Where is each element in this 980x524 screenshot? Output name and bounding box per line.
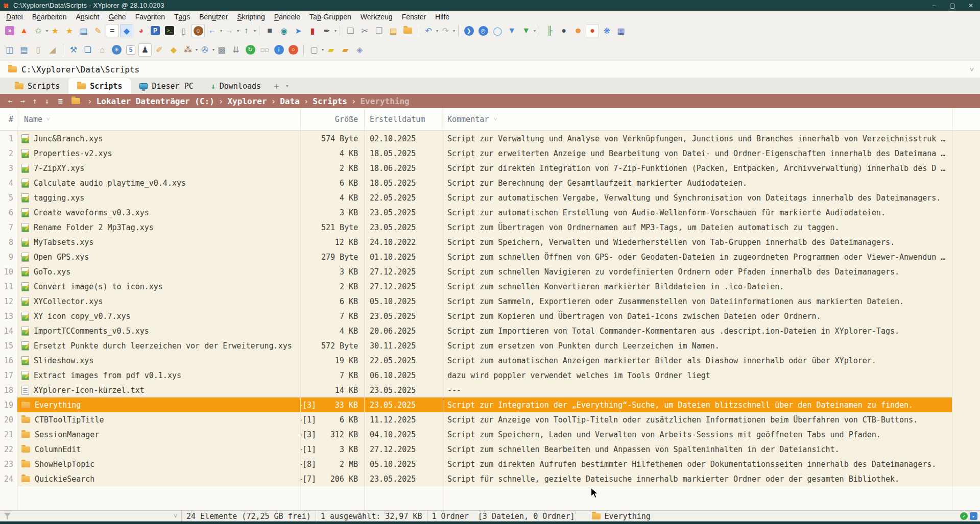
table-row[interactable]: 7Rename Folder 2 Mp3Tag.xys521 Byte23.05…: [0, 220, 980, 235]
favorites-star-icon[interactable]: ★: [49, 24, 62, 37]
shield-icon[interactable]: ◆: [167, 43, 180, 57]
table-row[interactable]: 2Properties-v2.xys4 KB18.05.2025Script z…: [0, 146, 980, 161]
dropdown-arrow-icon[interactable]: ▾: [534, 29, 536, 33]
device-icon[interactable]: ▯: [177, 24, 190, 37]
table-row[interactable]: 19Everything~[3]33 KB23.05.2025Script zu…: [0, 397, 980, 412]
menu-item-gehe[interactable]: Gehe: [104, 11, 130, 22]
crumb-everything[interactable]: Everything: [360, 96, 409, 106]
minimize-button[interactable]: –: [925, 0, 943, 11]
dropdown-arrow-icon[interactable]: ▾: [220, 29, 222, 33]
script-5-icon[interactable]: 5: [124, 43, 137, 57]
table-row[interactable]: 20CTBToolTipTitle~[1]6 KB11.12.2025Scrip…: [0, 412, 980, 427]
dropdown-arrow-icon[interactable]: ▾: [46, 29, 48, 33]
dark-sphere-icon[interactable]: ●: [557, 24, 570, 37]
filter-blue-icon[interactable]: ▼: [505, 24, 518, 37]
column-header-comment[interactable]: Kommentar ˅: [443, 108, 952, 130]
table-row[interactable]: 14ImportTCComments_v0.5.xys4 KB20.06.202…: [0, 323, 980, 338]
move-to-icon[interactable]: [401, 24, 414, 37]
menu-item-hilfe[interactable]: Hilfe: [431, 11, 454, 22]
equals-toggle-icon[interactable]: =: [106, 24, 119, 37]
table-row[interactable]: 23ShowHelpTopic~[8]2 MB05.10.2025Script …: [0, 457, 980, 471]
dropdown-arrow-icon[interactable]: ▾: [196, 47, 198, 52]
table-row[interactable]: 8MyTabsets.xys12 KB24.10.2022Script zum …: [0, 235, 980, 249]
maximize-button[interactable]: ▢: [943, 0, 962, 11]
crumb-nav-back-icon[interactable]: ←: [4, 96, 16, 106]
table-row[interactable]: 16Slideshow.xys19 KB22.05.2025Script zum…: [0, 353, 980, 368]
column-header-name[interactable]: Name ˅: [17, 108, 301, 130]
tools-icon[interactable]: ⚒: [67, 43, 80, 57]
menu-item-tab-gruppen[interactable]: Tab-Gruppen: [305, 11, 356, 22]
status-ok-icon[interactable]: ✓: [960, 512, 968, 520]
dropdown-arrow-icon[interactable]: ▾: [212, 47, 214, 52]
menu-item-skripting[interactable]: Skripting: [232, 11, 269, 22]
find-target-icon[interactable]: ◎: [476, 24, 490, 37]
jump-icon[interactable]: ➤: [292, 24, 305, 37]
dropdown-arrow-icon[interactable]: ▾: [254, 29, 256, 33]
pie-icon[interactable]: ◕: [134, 24, 148, 37]
crumb-xyplorer[interactable]: Xyplorer: [227, 96, 267, 106]
column-header-number[interactable]: #: [0, 108, 17, 130]
close-button[interactable]: ✕: [962, 0, 980, 11]
tab-downloads[interactable]: ↓Downloads: [202, 78, 270, 94]
crumb-lokaler-datentr-ger-c-[interactable]: Lokaler Datenträger (C:): [97, 96, 214, 106]
tree-trace-icon[interactable]: ╟: [543, 24, 556, 37]
wipe-icon[interactable]: ✒: [320, 24, 333, 37]
redo-icon[interactable]: ↷: [439, 24, 452, 37]
ghost-icon[interactable]: ♟: [138, 43, 152, 57]
pen-drive-icon[interactable]: ✐: [153, 43, 166, 57]
dropdown-arrow-icon[interactable]: ▾: [322, 47, 324, 52]
table-row[interactable]: 6Create waveforms_v0.3.xys3 KB23.05.2025…: [0, 205, 980, 220]
crumb-scripts[interactable]: Scripts: [313, 96, 347, 106]
layers-icon[interactable]: ◈: [353, 43, 366, 57]
table-row[interactable]: 21SessionManager~[3]312 KB04.10.2025Scri…: [0, 427, 980, 442]
back-icon[interactable]: ←: [206, 24, 219, 37]
sync-icon[interactable]: ↻: [244, 43, 257, 57]
dropdown-arrow-icon[interactable]: ▾: [453, 29, 455, 33]
forward-icon[interactable]: →: [223, 24, 236, 37]
hot-items-icon[interactable]: ▲: [17, 24, 31, 37]
gem-icon[interactable]: ◆: [120, 24, 133, 37]
catalog-icon[interactable]: ▤: [77, 24, 90, 37]
search-icon[interactable]: ◯: [491, 24, 504, 37]
filter-dropdown-icon[interactable]: ˅: [174, 512, 177, 520]
table-row[interactable]: 37-ZipXY.xys2 KB18.06.2025Script zur dir…: [0, 161, 980, 176]
paste-icon[interactable]: ❐: [372, 24, 386, 37]
column-header-created[interactable]: Erstelldatum: [365, 108, 443, 130]
copy-icon[interactable]: ❏: [344, 24, 357, 37]
menu-item-fenster[interactable]: Fenster: [397, 11, 431, 22]
menu-item-ansicht[interactable]: Ansicht: [71, 11, 104, 22]
table-row[interactable]: 22ColumnEdit~[1]3 KB27.12.2025Script zum…: [0, 442, 980, 457]
filter-funnel-icon[interactable]: [4, 513, 11, 519]
table-row[interactable]: 13XY icon copy_v0.7.xys7 KB23.05.2025Scr…: [0, 309, 980, 323]
menu-item-bearbeiten[interactable]: Bearbeiten: [28, 11, 71, 22]
menu-item-werkzeug[interactable]: Werkzeug: [356, 11, 397, 22]
menu-item-datei[interactable]: Datei: [2, 11, 28, 22]
p-badge-icon[interactable]: P: [149, 24, 162, 37]
table-row[interactable]: 10GoTo.xys3 KB27.12.2025Script zum schne…: [0, 264, 980, 279]
tab-scripts-2[interactable]: Scripts: [68, 78, 131, 94]
mini-window-icon[interactable]: ❏: [81, 43, 94, 57]
cut-icon[interactable]: ✂: [358, 24, 371, 37]
tab-list-dropdown-icon[interactable]: ▾: [285, 83, 289, 89]
lifebuoy-icon[interactable]: ○: [286, 43, 300, 57]
user-disc-icon[interactable]: ☺: [192, 24, 205, 37]
terminal-icon[interactable]: >_: [163, 24, 176, 37]
two-panes-icon[interactable]: ◻◻: [258, 43, 271, 57]
address-bar[interactable]: C:\Xyplorer\Data\Scripts ˅: [0, 61, 980, 78]
wedge-icon[interactable]: ◢: [46, 43, 59, 57]
delete-icon[interactable]: ▮: [306, 24, 319, 37]
fullscreen-icon[interactable]: ■: [263, 24, 276, 37]
customize-icon[interactable]: »: [3, 24, 16, 37]
check-panes-icon[interactable]: ▩: [215, 43, 228, 57]
status-app-icon[interactable]: ▸: [970, 512, 977, 520]
tab-dieser-pc[interactable]: Dieser PC: [131, 78, 202, 94]
home-icon[interactable]: ⌂: [95, 43, 109, 57]
crumb-data[interactable]: Data: [280, 96, 300, 106]
filter-box[interactable]: ˅: [0, 511, 182, 521]
column-header-size[interactable]: Größe: [301, 108, 365, 130]
sphere-red-icon[interactable]: ●: [586, 24, 599, 37]
table-row[interactable]: 11Convert image(s) to icon.xys2 KB27.12.…: [0, 279, 980, 294]
table-row[interactable]: 17Extract images from pdf v0.1.xys7 KB06…: [0, 368, 980, 383]
table-row[interactable]: 1Junc&Branch.xys574 Byte02.10.2025Script…: [0, 131, 980, 146]
eraser-yellow-icon[interactable]: ▰: [324, 43, 338, 57]
